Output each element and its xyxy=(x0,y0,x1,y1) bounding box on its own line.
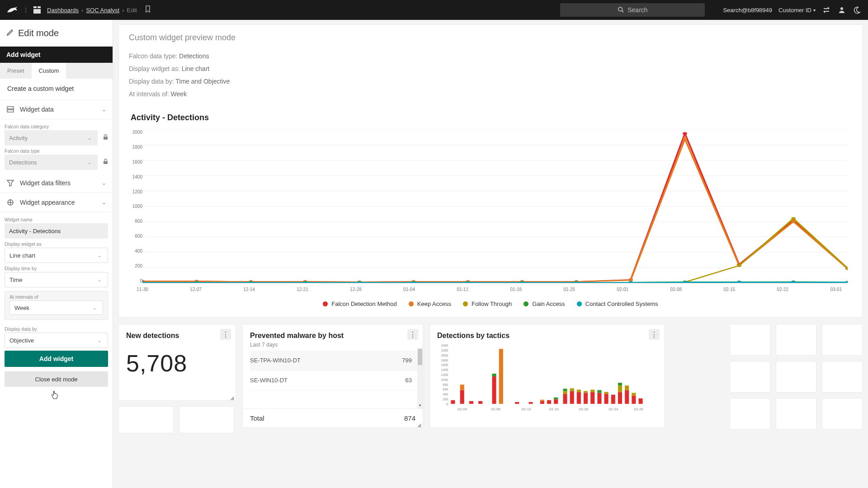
moon-icon[interactable] xyxy=(853,5,862,14)
chevron-down-icon: ⌄ xyxy=(88,160,91,165)
kebab-menu-icon[interactable]: ⋮ xyxy=(220,329,231,340)
customer-id-dropdown[interactable]: Customer ID ▾ xyxy=(778,7,816,14)
search-icon xyxy=(618,6,624,14)
section-widget-data[interactable]: Widget data ⌄ xyxy=(0,100,113,119)
svg-rect-0 xyxy=(33,6,37,8)
chevron-down-icon: ⌄ xyxy=(98,338,101,343)
svg-rect-117 xyxy=(547,400,551,404)
svg-rect-121 xyxy=(563,391,567,394)
tab-preset[interactable]: Preset xyxy=(0,63,32,79)
preview-title: Custom widget preview mode xyxy=(129,33,852,42)
section-widget-appearance[interactable]: Widget appearance ⌄ xyxy=(0,193,113,212)
svg-rect-134 xyxy=(604,392,609,394)
svg-rect-137 xyxy=(618,385,622,392)
table-row[interactable]: SE-TPA-WIN10-DT 799 xyxy=(250,351,419,371)
add-widget-button[interactable]: Add widget xyxy=(5,351,108,367)
svg-text:2400: 2400 xyxy=(441,344,448,347)
scrollbar[interactable]: ▾ xyxy=(417,348,423,408)
svg-point-62 xyxy=(791,217,796,220)
card-new-detections: ⋮ New detections 5,708 ◢ xyxy=(118,324,236,401)
brand-logo-icon[interactable] xyxy=(6,5,18,14)
empty-widget-slot[interactable] xyxy=(776,361,816,393)
switch-icon[interactable] xyxy=(822,5,831,14)
dashboards-icon[interactable] xyxy=(33,5,42,14)
empty-widget-slot[interactable] xyxy=(776,324,816,356)
user-icon[interactable] xyxy=(837,5,846,14)
tab-custom[interactable]: Custom xyxy=(32,63,66,79)
empty-widget-slot[interactable] xyxy=(118,406,174,433)
new-detections-value: 5,708 xyxy=(119,340,236,377)
svg-point-46 xyxy=(683,137,687,140)
display-as-select[interactable]: Line chart ⌄ xyxy=(5,248,108,263)
display-time-select[interactable]: Time ⌄ xyxy=(5,272,108,287)
kebab-menu-icon[interactable]: ⋮ xyxy=(407,329,418,340)
display-data-select[interactable]: Objective ⌄ xyxy=(5,333,108,348)
chevron-down-icon: ▾ xyxy=(813,8,816,13)
empty-widget-slot[interactable] xyxy=(730,361,770,393)
svg-text:400: 400 xyxy=(443,393,448,396)
chevron-down-icon: ⌄ xyxy=(102,199,106,206)
svg-text:1400: 1400 xyxy=(441,368,448,372)
svg-rect-6 xyxy=(7,107,14,109)
empty-widget-slot[interactable] xyxy=(776,398,816,430)
resize-handle-icon[interactable]: ◢ xyxy=(230,395,235,399)
falcon-type-label: Falcon data type xyxy=(5,148,108,154)
widget-name-input[interactable] xyxy=(5,223,108,239)
empty-widget-slot[interactable] xyxy=(179,406,234,433)
empty-widget-slot[interactable] xyxy=(822,361,863,393)
svg-text:02-24: 02-24 xyxy=(609,407,618,411)
global-search[interactable]: Search xyxy=(560,3,705,17)
svg-rect-113 xyxy=(515,402,519,404)
svg-rect-141 xyxy=(632,396,636,404)
chevron-down-icon: ⌄ xyxy=(98,253,101,258)
kebab-menu-icon[interactable]: ⋮ xyxy=(649,329,660,340)
svg-rect-110 xyxy=(492,376,496,404)
svg-rect-142 xyxy=(632,393,636,395)
lock-icon xyxy=(103,159,108,166)
card-title: Prevented malware by host xyxy=(243,324,423,340)
resize-handle-icon[interactable]: ◢ xyxy=(417,422,422,427)
intervals-label: At intervals of xyxy=(9,294,103,300)
svg-text:0: 0 xyxy=(446,403,448,406)
svg-rect-127 xyxy=(584,393,588,404)
svg-rect-135 xyxy=(611,394,615,404)
card-detections-by-tactics: ⋮ Detections by tactics 2400220020001800… xyxy=(429,324,665,428)
svg-rect-109 xyxy=(478,401,482,404)
svg-text:1600: 1600 xyxy=(441,363,448,367)
svg-rect-9 xyxy=(104,161,108,164)
svg-text:2000: 2000 xyxy=(441,354,448,357)
bookmark-icon[interactable] xyxy=(145,5,151,14)
empty-widget-slot[interactable] xyxy=(822,324,863,356)
empty-widget-slot[interactable] xyxy=(730,398,770,430)
svg-rect-108 xyxy=(469,401,473,404)
svg-rect-140 xyxy=(625,385,629,390)
intervals-select[interactable]: Week ⌄ xyxy=(9,300,103,315)
svg-rect-136 xyxy=(618,392,622,404)
svg-rect-131 xyxy=(597,393,601,404)
breadcrumb-dashboards[interactable]: Dashboards xyxy=(47,7,79,14)
table-row[interactable]: SE-WIN10-DT 63 xyxy=(250,371,419,390)
svg-text:02-20: 02-20 xyxy=(579,407,589,411)
preview-card: Custom widget preview mode Falcon data t… xyxy=(118,24,863,318)
empty-widget-slot[interactable] xyxy=(822,398,863,430)
svg-rect-8 xyxy=(104,137,108,140)
chevron-down-icon: ⌄ xyxy=(102,180,106,186)
svg-point-91 xyxy=(845,281,848,283)
display-time-label: Display time by xyxy=(5,266,108,271)
svg-rect-118 xyxy=(554,399,558,404)
breadcrumb-soc-analyst[interactable]: SOC Analyst xyxy=(86,7,119,14)
svg-rect-114 xyxy=(529,402,533,404)
chart-legend: Falcon Detection MethodKeep AccessFollow… xyxy=(129,300,852,307)
svg-rect-107 xyxy=(460,385,464,390)
scroll-down-icon[interactable]: ▾ xyxy=(417,403,423,408)
account-label: Search@b8f98949 xyxy=(723,7,772,14)
lock-icon xyxy=(103,134,108,141)
empty-widget-slot[interactable] xyxy=(730,324,770,356)
svg-rect-122 xyxy=(563,389,567,391)
appearance-icon xyxy=(6,198,14,206)
svg-rect-139 xyxy=(625,390,629,404)
section-widget-filters[interactable]: Widget data filters ⌄ xyxy=(0,174,113,193)
close-edit-mode-button[interactable]: Close edit mode xyxy=(5,371,108,387)
svg-rect-111 xyxy=(492,374,496,376)
svg-rect-129 xyxy=(590,392,594,404)
